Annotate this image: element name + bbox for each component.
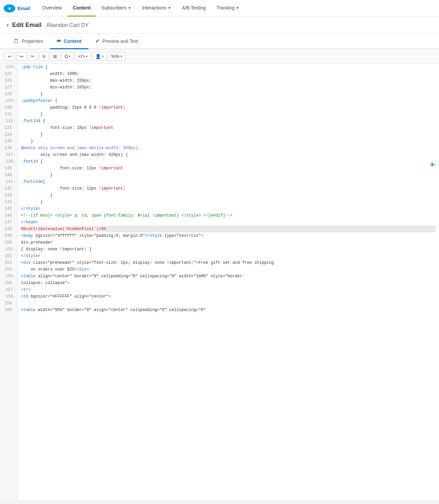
source-button[interactable]: </> ▾ [75,52,91,61]
code-content[interactable]: .pdp-tile { width: 100%; max-width: 150p… [18,64,439,500]
back-button[interactable]: ‹ [7,22,9,29]
eye-icon[interactable]: 👁 [430,162,436,168]
line-number-146: 146 [0,212,17,219]
code-line-128[interactable]: } [21,91,436,97]
collapse-arrow-138[interactable]: ▾ [14,160,15,163]
code-line-150[interactable]: div.preheader [21,239,436,246]
collapse-arrow-141[interactable]: ▾ [14,180,15,184]
line-number-134: 134 [0,131,17,138]
code-line-138[interactable]: .font14 { [21,158,436,165]
code-line-146[interactable]: <!--[if mso]> <style> p, td, span {font-… [21,212,436,219]
undo-button[interactable]: ↩ [5,52,15,61]
code-line-144[interactable]: } [21,199,436,205]
line-number-124: 124▾ [0,64,17,71]
line-number-150: 150 [0,239,17,246]
collapse-arrow-158[interactable]: ▾ [14,295,15,298]
collapse-arrow-157[interactable]: ▾ [14,288,15,291]
tracking-caret: ▼ [236,6,239,10]
line-number-156: 156 [0,280,17,286]
code-line-145[interactable]: </style> [21,205,436,212]
collapse-arrow-129[interactable]: ▾ [14,100,15,103]
editor-area: 124▾125126127128129▾130131132▾1331341351… [0,64,439,500]
cut-button[interactable]: ✂ [28,52,38,61]
code-line-136[interactable]: @media only screen and (max-device-width… [21,145,436,151]
code-line-124[interactable]: .pdp-tile { [21,64,436,71]
ampscript-button[interactable]: %% ▾ [108,52,125,61]
code-line-135[interactable]: } [21,138,436,145]
line-number-153: 153 [0,259,17,266]
tab-content[interactable]: ✏ Content [50,34,88,49]
code-line-129[interactable]: .pad6pxfooter { [21,97,436,104]
code-line-140[interactable]: } [21,172,436,178]
code-line-155[interactable]: <table align="center" border="0" cellpad… [21,273,436,280]
code-line-151[interactable]: { display: none !important; } [21,246,436,253]
collapse-arrow-137[interactable]: ▾ [14,153,15,157]
special-chars-button[interactable]: Ω ▾ [61,52,74,61]
nav-interactions[interactable]: Interactions ▼ [136,0,176,17]
svg-text:✉: ✉ [8,6,11,10]
code-line-130[interactable]: padding: 15px 0 0 0 !important; [21,104,436,111]
code-line-156[interactable]: collapse: collapse"> [21,280,436,286]
line-number-155: 155▾ [0,273,17,280]
code-line-125[interactable]: width: 100%; [21,71,436,77]
nav-content[interactable]: Content [68,0,96,17]
line-number-125: 125 [0,71,17,77]
line-number-130: 130 [0,104,17,111]
code-line-132[interactable]: .font144 { [21,118,436,124]
line-number-144: 144 [0,199,17,205]
line-number-159: 159 [0,300,17,307]
tab-preview-test[interactable]: ✔ Preview and Test [88,34,145,49]
code-line-143[interactable]: } [21,192,436,199]
code-line-149[interactable]: <body bgcolor="#ffffff" style="padding:0… [21,232,436,239]
line-number-129: 129▾ [0,97,17,104]
subscribers-caret: ▼ [128,6,131,10]
line-number-139: 139 [0,165,17,172]
line-number-128: 128 [0,91,17,97]
nav-overview[interactable]: Overview [37,0,67,17]
code-line-160[interactable]: <table width="95%" border="0" align="cen… [21,307,436,313]
code-line-127[interactable]: min-width: 103px; [21,84,436,91]
code-line-158[interactable]: <td bgcolor="#FFFFFF" align="center"> [21,293,436,300]
nav-ab-testing[interactable]: A/B Testing [177,0,211,17]
line-number-126: 126 [0,77,17,84]
collapse-arrow-155[interactable]: ▾ [14,275,15,278]
nav-tracking[interactable]: Tracking ▼ [211,0,244,17]
preview-icon: ✔ [95,38,100,44]
content-icon: ✏ [57,38,61,44]
tab-properties[interactable]: 🗒 Properties [7,34,50,49]
line-number-136: 136 [0,145,17,151]
properties-icon: 🗒 [14,38,19,44]
collapse-arrow-151[interactable]: ▾ [14,248,15,251]
code-line-154[interactable]: on orders over $25</div> [21,266,436,273]
line-number-127: 127 [0,84,17,91]
line-number-157: 157▾ [0,286,17,293]
collapse-arrow-132[interactable]: ▾ [14,120,15,123]
nav-subscribers[interactable]: Subscribers ▼ [96,0,137,17]
paste-button[interactable]: ⊞ [50,52,60,61]
code-line-159[interactable] [21,300,436,307]
code-line-157[interactable]: <tr> [21,286,436,293]
code-line-133[interactable]: font-size: 18px !important [21,124,436,131]
code-line-152[interactable]: </style> [21,253,436,259]
code-line-148[interactable]: %%=attributevalue('HiddenPixel')=%% [21,226,436,232]
code-line-139[interactable]: font-size: 12px !important [21,165,436,172]
line-number-141: 141▾ [0,178,17,185]
tab-bar: 🗒 Properties ✏ Content ✔ Preview and Tes… [0,34,439,49]
code-line-142[interactable]: font-size: 12px !important; [21,185,436,192]
line-number-133: 133 [0,124,17,131]
line-number-160: 160 [0,307,17,313]
collapse-arrow-124[interactable]: ▾ [14,66,15,69]
code-line-131[interactable]: } [21,111,436,118]
redo-button[interactable]: ↪ [16,52,26,61]
line-number-154: 154 [0,266,17,273]
code-line-147[interactable]: </head> [21,219,436,226]
code-line-134[interactable]: } [21,131,436,138]
copy-button[interactable]: ⎘ [39,52,49,61]
code-line-126[interactable]: max-width: 150px; [21,77,436,84]
line-number-147: 147 [0,219,17,226]
editor-toolbar: ↩ ↪ ✂ ⎘ ⊞ Ω ▾ </> ▾ 👤 ▾ %% ▾ [0,49,439,64]
personalization-button[interactable]: 👤 ▾ [92,52,107,61]
code-line-153[interactable]: <div class="preheader" style="font-size:… [21,259,436,266]
code-line-137[interactable]: only screen and (max-width: 420px) { [21,151,436,158]
code-line-141[interactable]: .fontcode{ [21,178,436,185]
